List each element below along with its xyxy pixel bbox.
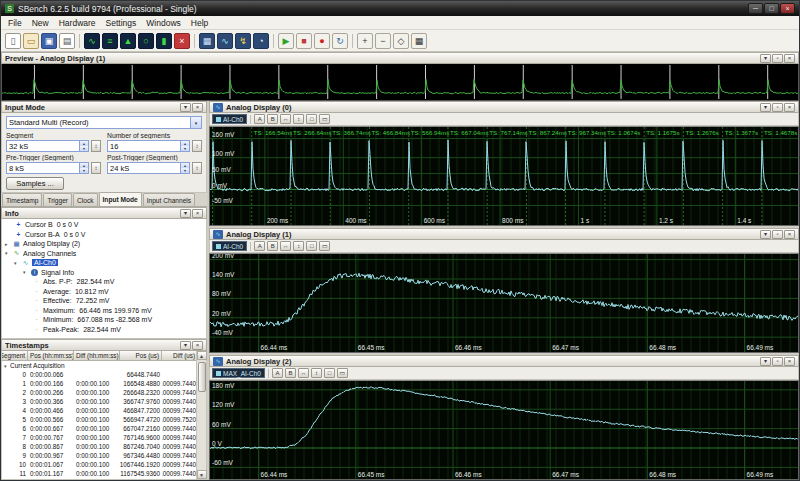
column-header-diff-hh-mm-ss[interactable]: Diff (hh:mm:ss) — [74, 351, 120, 361]
minimize-button[interactable]: ─ — [748, 3, 763, 14]
clock-setup-icon[interactable]: ◔ — [253, 33, 269, 49]
pre-trigger-input[interactable]: 8 kS ▴▾ ↕ — [6, 162, 101, 174]
spectrum-display-icon[interactable]: ▲ — [120, 33, 136, 49]
zoom-x-button[interactable]: ↔ — [280, 241, 291, 251]
panel-menu-button[interactable]: ▾ — [180, 103, 191, 112]
table-row[interactable]: 00:00:00.06666448.7440 — [2, 370, 196, 379]
restart-icon[interactable]: ↻ — [332, 33, 348, 49]
zoom-x-button[interactable]: ↔ — [280, 114, 291, 124]
stop-acquisition-icon[interactable]: ■ — [296, 33, 312, 49]
scroll-down-icon[interactable]: ▼ — [197, 470, 207, 479]
tab-input-mode[interactable]: Input Mode — [99, 192, 142, 206]
tree-item-cursor-b-a[interactable]: +Cursor B-A0 s 0 V — [2, 230, 206, 240]
cursor-b-button[interactable]: B — [267, 114, 278, 124]
open-project-icon[interactable]: ▭ — [23, 33, 39, 49]
table-row[interactable]: 110:00:01.1670:00:00.1001167545.93601000… — [2, 469, 196, 478]
tree-item-average[interactable]: ·Average:10.812 mV — [2, 287, 206, 297]
table-row[interactable]: 50:00:00.5660:00:00.100566947.4720100099… — [2, 415, 196, 424]
fit-view-button[interactable]: ▭ — [337, 368, 348, 378]
tree-item-signal-info[interactable]: ▾iSignal Info — [2, 268, 206, 278]
xy-display-icon[interactable]: ○ — [138, 33, 154, 49]
preview-strip[interactable] — [1, 64, 799, 101]
histogram-display-icon[interactable]: ▮ — [156, 33, 172, 49]
menu-settings[interactable]: Settings — [101, 18, 142, 28]
segment-size-input[interactable]: 32 kS ▴▾ ↕ — [6, 140, 101, 152]
post-trigger-input[interactable]: 24 kS ▴▾ ↕ — [107, 162, 202, 174]
panel-close-button[interactable]: × — [784, 54, 795, 63]
cursor-a-button[interactable]: A — [254, 241, 265, 251]
tree-item-minimum[interactable]: ·Minimum:667.088 ms -82.568 mV — [2, 315, 206, 325]
spin-down-icon[interactable]: ▾ — [80, 168, 88, 173]
record-mode-select[interactable]: Standard Multi (Record) ▾ — [6, 116, 202, 129]
panel-float-button[interactable]: ▫ — [772, 54, 783, 63]
scrollbar-thumb[interactable] — [198, 362, 206, 392]
column-header-segment[interactable]: Segment — [2, 351, 28, 361]
zoom-window-button[interactable]: □ — [324, 368, 335, 378]
scroll-up-icon[interactable]: ▲ — [197, 351, 207, 360]
collapsed-arrow-icon[interactable]: ▸ — [5, 241, 12, 247]
panel-float-button[interactable]: ▫ — [772, 357, 783, 366]
zoom-in-icon[interactable]: + — [357, 33, 373, 49]
table-row[interactable]: 80:00:00.8670:00:00.100867246.7040100099… — [2, 442, 196, 451]
fit-view-button[interactable]: ▭ — [319, 114, 330, 124]
hardware-setup-icon[interactable]: ▦ — [199, 33, 215, 49]
cursor-a-button[interactable]: A — [272, 368, 283, 378]
table-row[interactable]: 30:00:00.3660:00:00.100366747.9760100099… — [2, 397, 196, 406]
zoom-window-button[interactable]: □ — [306, 114, 317, 124]
expanded-arrow-icon[interactable]: ▾ — [23, 269, 30, 275]
table-row[interactable]: 20:00:00.2660:00:00.100266648.2320100099… — [2, 388, 196, 397]
panel-close-button[interactable]: × — [784, 103, 795, 112]
tab-trigger[interactable]: Trigger — [43, 193, 72, 206]
tree-item-analog-display-2[interactable]: ▸▦Analog Display (2) — [2, 239, 206, 249]
close-display-icon[interactable]: × — [174, 33, 190, 49]
analog-display-2-plot[interactable]: 180 mV120 mV60 mV0 V-60 mV66.44 ms66.45 … — [209, 380, 799, 480]
spin-down-icon[interactable]: ▾ — [181, 168, 189, 173]
timestamps-group-row[interactable]: ▾Current Acquisition — [2, 361, 196, 370]
table-row[interactable]: 60:00:00.6670:00:00.100667047.2160100099… — [2, 424, 196, 433]
tree-item-maximum[interactable]: ·Maximum:66.446 ms 199.976 mV — [2, 306, 206, 316]
menu-help[interactable]: Help — [186, 18, 213, 28]
cursor-tool-icon[interactable]: ◇ — [393, 33, 409, 49]
panel-menu-button[interactable]: ▾ — [760, 230, 771, 239]
panel-menu-button[interactable]: ▾ — [760, 103, 771, 112]
zoom-y-button[interactable]: ↕ — [293, 241, 304, 251]
tree-item-peak-peak[interactable]: ·Peak-Peak:282.544 mV — [2, 325, 206, 335]
column-header-pos-hh-mm-ss[interactable]: Pos (hh:mm:ss) — [28, 351, 74, 361]
panel-float-button[interactable]: ▫ — [772, 103, 783, 112]
column-header-pos-us[interactable]: Pos (us) — [120, 351, 162, 361]
panel-float-button[interactable]: ▫ — [772, 230, 783, 239]
zoom-y-button[interactable]: ↕ — [311, 368, 322, 378]
table-row[interactable]: 90:00:00.9670:00:00.100967346.4480100099… — [2, 451, 196, 460]
cursor-b-button[interactable]: B — [267, 241, 278, 251]
menu-windows[interactable]: Windows — [141, 18, 185, 28]
panel-menu-button[interactable]: ▾ — [180, 341, 191, 350]
spin-slider-icon[interactable]: ↕ — [192, 140, 202, 152]
cursor-a-button[interactable]: A — [254, 114, 265, 124]
save-project-icon[interactable]: ▣ — [41, 33, 57, 49]
maximize-button[interactable]: □ — [764, 3, 779, 14]
panel-menu-button[interactable]: ▾ — [760, 54, 771, 63]
fit-view-button[interactable]: ▭ — [319, 241, 330, 251]
panel-close-button[interactable]: × — [192, 341, 203, 350]
zoom-y-button[interactable]: ↕ — [293, 114, 304, 124]
tree-item-abs-p-p[interactable]: ·Abs. P-P:282.544 mV — [2, 277, 206, 287]
tree-item-ai-ch0[interactable]: ▾∿AI-Ch0 — [2, 258, 206, 268]
expanded-arrow-icon[interactable]: ▾ — [5, 250, 12, 256]
export-data-icon[interactable]: ▤ — [59, 33, 75, 49]
channel-badge[interactable]: AI-Ch0 — [212, 114, 247, 124]
panel-menu-button[interactable]: ▾ — [180, 209, 191, 218]
analog-display-icon[interactable]: ∿ — [84, 33, 100, 49]
zoom-out-icon[interactable]: − — [375, 33, 391, 49]
panel-close-button[interactable]: × — [192, 209, 203, 218]
digital-display-icon[interactable]: ≡ — [102, 33, 118, 49]
table-row[interactable]: 70:00:00.7670:00:00.100767146.9600100099… — [2, 433, 196, 442]
close-button[interactable]: × — [780, 3, 795, 14]
analog-display-1-plot[interactable]: 200 mV140 mV80 mV20 mV-40 mV66.44 ms66.4… — [209, 253, 799, 353]
channel-badge[interactable]: MAX_AI-Ch0 — [212, 368, 265, 378]
new-project-icon[interactable]: ▯ — [5, 33, 21, 49]
tab-input-channels[interactable]: Input Channels — [143, 193, 195, 206]
spin-down-icon[interactable]: ▾ — [181, 146, 189, 151]
spin-slider-icon[interactable]: ↕ — [192, 162, 202, 174]
spin-slider-icon[interactable]: ↕ — [91, 162, 101, 174]
panel-close-button[interactable]: × — [784, 230, 795, 239]
